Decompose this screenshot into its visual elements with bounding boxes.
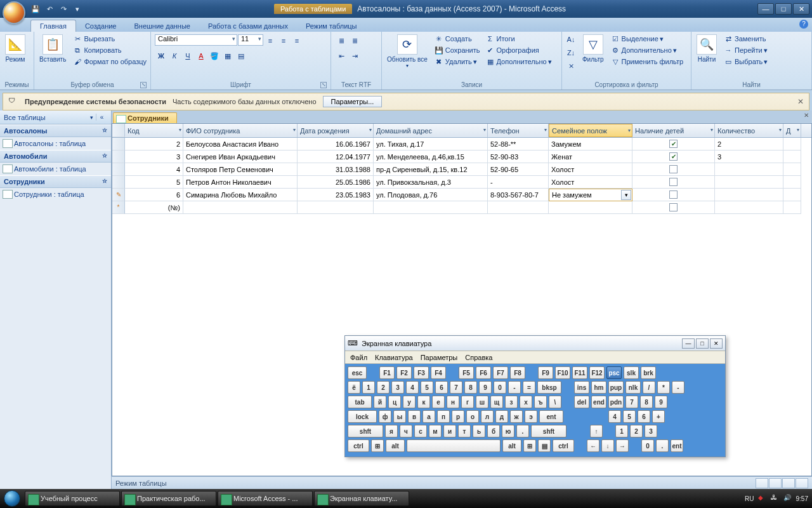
qat-dropdown-icon[interactable]: ▾ [72, 4, 82, 14]
checkbox[interactable] [669, 203, 678, 211]
nav-pane-header[interactable]: Все таблицы ▾ « [0, 110, 111, 124]
osk-key[interactable]: 4 [608, 410, 621, 423]
osk-menu-item[interactable]: Файл [350, 354, 367, 361]
osk-close-button[interactable]: ✕ [710, 338, 723, 349]
table-cell[interactable] [783, 163, 801, 176]
osk-key[interactable]: F12 [589, 366, 605, 379]
osk-key[interactable]: ← [587, 439, 599, 452]
filter-button[interactable]: ▽ Фильтр [580, 33, 606, 64]
osk-key[interactable]: slk [624, 366, 639, 379]
osk-key[interactable]: bksp [537, 381, 561, 394]
osk-key[interactable]: 5 [421, 381, 433, 394]
table-cell[interactable]: Не замужем▾ [549, 189, 632, 201]
osk-key[interactable]: ф [379, 410, 391, 423]
row-selector[interactable] [112, 150, 125, 163]
osk-key[interactable]: п [437, 410, 450, 423]
osk-key[interactable]: ent [539, 410, 563, 423]
find-button[interactable]: 🔍 Найти [694, 33, 719, 64]
table-cell[interactable]: 12.04.1977 [298, 150, 374, 163]
document-tab[interactable]: Сотрудники [113, 112, 177, 123]
osk-key[interactable]: ы [393, 410, 406, 423]
osk-key[interactable]: 8 [464, 381, 477, 394]
table-cell[interactable] [488, 201, 549, 214]
osk-key[interactable]: F11 [572, 366, 587, 379]
replace-button[interactable]: ⇄Заменить [722, 33, 769, 44]
table-cell[interactable] [632, 189, 715, 201]
osk-key[interactable]: г [461, 396, 474, 408]
osk-key[interactable]: F1 [379, 366, 395, 379]
osk-key[interactable]: с [414, 425, 427, 438]
clipboard-launcher[interactable]: ⤡ [140, 82, 147, 88]
italic-button[interactable]: К [168, 50, 181, 62]
help-icon[interactable]: ? [799, 20, 808, 29]
osk-key[interactable]: F4 [431, 366, 446, 379]
table-cell[interactable] [715, 189, 783, 201]
checkbox[interactable]: ✔ [669, 152, 678, 161]
nav-item[interactable]: Автомобили : таблица [0, 163, 111, 175]
osk-key[interactable]: pdn [608, 396, 624, 408]
refresh-all-button[interactable]: ⟳ Обновить все▾ [384, 33, 430, 70]
column-header[interactable]: Телефон▾ [488, 124, 549, 137]
align-left-button[interactable]: ≡ [264, 34, 277, 47]
sort-asc-button[interactable]: A↓ [565, 33, 577, 46]
osk-key[interactable]: 3 [645, 425, 657, 438]
osk-key[interactable]: ins [574, 381, 589, 394]
column-header[interactable]: Код▾ [125, 124, 183, 137]
osk-key[interactable]: . [656, 439, 669, 452]
font-size-combo[interactable]: 11 [238, 34, 263, 46]
row-selector[interactable]: * [112, 201, 125, 214]
nav-group-header[interactable]: Сотрудники☆ [0, 175, 111, 188]
sort-desc-button[interactable]: Z↓ [565, 46, 577, 59]
table-cell[interactable]: Замужем [549, 138, 632, 150]
taskbar-item[interactable]: Учебный процесс [25, 491, 120, 506]
osk-key[interactable]: - [508, 381, 521, 394]
view-chart-button[interactable] [782, 478, 795, 488]
osk-key[interactable]: з [505, 396, 518, 408]
osk-key[interactable]: ctrl [348, 439, 369, 452]
osk-key[interactable]: hm [591, 381, 606, 394]
view-design-button[interactable] [796, 478, 808, 488]
table-cell[interactable]: Белоусова Анастасия Ивано [183, 138, 298, 150]
advanced-filter-button[interactable]: ⚙Дополнительно ▾ [609, 44, 685, 56]
table-cell[interactable] [549, 201, 632, 214]
cut-button[interactable]: ✂Вырезать [71, 33, 148, 44]
osk-key[interactable]: end [591, 396, 606, 408]
osk-key[interactable]: 0 [494, 381, 506, 394]
ribbon-tab-external[interactable]: Внешние данные [126, 20, 199, 32]
osk-key[interactable]: lock [348, 410, 377, 423]
ribbon-tab-datasheet[interactable]: Режим таблицы [297, 20, 366, 32]
osk-key[interactable]: 6 [638, 410, 650, 423]
osk-key[interactable]: ь [473, 425, 485, 438]
new-record-button[interactable]: ✳Создать [433, 33, 481, 44]
column-header[interactable]: Дата рождения▾ [298, 124, 374, 137]
table-cell[interactable]: Холост [549, 176, 632, 189]
table-cell[interactable]: (№) [125, 201, 183, 214]
osk-key[interactable]: ё [348, 381, 360, 394]
table-cell[interactable] [783, 176, 801, 189]
select-all-cell[interactable] [112, 124, 125, 137]
osk-key[interactable]: shft [531, 425, 566, 438]
table-cell[interactable] [632, 176, 715, 189]
more-records-button[interactable]: ▦Дополнительно ▾ [484, 56, 553, 67]
osk-key[interactable]: = [523, 381, 535, 394]
numbering-button[interactable]: ≣ [348, 34, 361, 47]
nav-item[interactable]: Автосалоны : таблица [0, 137, 111, 150]
osk-key[interactable]: т [458, 425, 471, 438]
table-cell[interactable]: 23.05.1983 [298, 189, 374, 201]
table-cell[interactable] [374, 201, 488, 214]
osk-key[interactable]: F9 [538, 366, 553, 379]
table-cell[interactable]: ул. Плодовая, д.76 [374, 189, 488, 201]
osk-key[interactable]: б [487, 425, 500, 438]
osk-key[interactable]: х [520, 396, 532, 408]
font-color-button[interactable]: А [195, 50, 207, 62]
gridlines-button[interactable]: ▦ [221, 50, 234, 62]
table-cell[interactable] [715, 163, 783, 176]
underline-button[interactable]: Ч [181, 50, 194, 62]
security-options-button[interactable]: Параметры... [323, 96, 383, 107]
osk-key[interactable]: е [432, 396, 445, 408]
decrease-indent-button[interactable]: ⇤ [335, 50, 348, 62]
start-button[interactable] [0, 489, 24, 508]
totals-button[interactable]: ΣИтоги [484, 33, 553, 44]
table-cell[interactable]: 52-90-65 [488, 163, 549, 176]
table-cell[interactable]: 25.05.1986 [298, 176, 374, 189]
